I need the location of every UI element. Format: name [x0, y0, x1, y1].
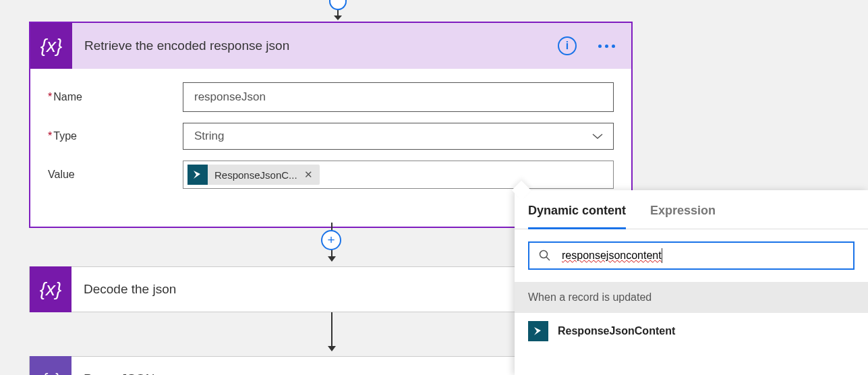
- type-select[interactable]: String: [183, 123, 614, 150]
- svg-marker-6: [328, 346, 336, 351]
- svg-marker-1: [334, 16, 342, 20]
- add-step-button[interactable]: +: [321, 230, 341, 250]
- type-row: *Type String: [48, 123, 614, 150]
- variable-icon: {x}: [30, 266, 71, 312]
- parse-json-icon: {x}: [30, 356, 71, 375]
- svg-point-7: [540, 251, 548, 258]
- svg-marker-4: [328, 256, 336, 262]
- search-icon: [539, 250, 551, 262]
- card-title: Retrieve the encoded response json: [84, 38, 558, 53]
- name-input[interactable]: [183, 82, 614, 112]
- dynamics-icon: [187, 165, 208, 185]
- text-caret: [662, 248, 662, 263]
- flow-arrow-in: [329, 0, 347, 21]
- result-item-responsejsoncontent[interactable]: ResponseJsonContent: [515, 313, 868, 349]
- search-input-text[interactable]: responsejsoncontent: [562, 250, 662, 262]
- arrow-down-icon: [327, 312, 337, 353]
- info-icon[interactable]: i: [558, 36, 577, 55]
- name-row: *Name: [48, 82, 614, 112]
- type-select-value: String: [194, 129, 224, 143]
- required-asterisk: *: [48, 91, 52, 103]
- arrow-down-icon: [333, 9, 343, 21]
- close-icon[interactable]: ✕: [304, 169, 313, 181]
- card-body: *Name *Type String Value R: [30, 69, 631, 206]
- value-row: Value ResponseJsonC... ✕: [48, 161, 614, 189]
- svg-line-8: [546, 257, 550, 260]
- tab-expression[interactable]: Expression: [650, 204, 716, 229]
- dynamic-value-pill[interactable]: ResponseJsonC... ✕: [187, 165, 320, 185]
- panel-tabs: Dynamic content Expression: [515, 190, 868, 229]
- tab-dynamic-content[interactable]: Dynamic content: [528, 204, 626, 229]
- pill-text: ResponseJsonC...: [214, 169, 297, 181]
- name-label: *Name: [48, 91, 183, 103]
- svg-marker-9: [534, 327, 541, 335]
- required-asterisk: *: [48, 130, 52, 142]
- dynamic-content-panel: Dynamic content Expression responsejsonc…: [515, 190, 868, 375]
- svg-marker-2: [194, 171, 200, 179]
- results-section-header: When a record is updated: [515, 282, 868, 313]
- card-header[interactable]: {x} Retrieve the encoded response json i: [30, 23, 631, 69]
- search-box[interactable]: responsejsoncontent: [528, 241, 855, 270]
- type-label: *Type: [48, 130, 183, 142]
- dynamics-icon: [528, 321, 548, 341]
- chevron-down-icon: [591, 133, 604, 140]
- more-menu-button[interactable]: [598, 45, 615, 48]
- value-input[interactable]: ResponseJsonC... ✕: [183, 161, 614, 189]
- variable-icon: {x}: [30, 23, 72, 69]
- result-label: ResponseJsonContent: [558, 325, 675, 337]
- value-label: Value: [48, 169, 183, 181]
- add-step-button-partial[interactable]: [329, 0, 347, 10]
